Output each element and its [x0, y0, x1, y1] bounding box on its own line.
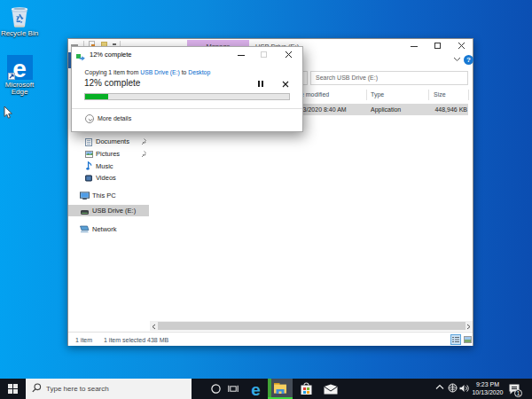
svg-text:e: e — [251, 381, 261, 397]
svg-text:1: 1 — [517, 390, 520, 396]
